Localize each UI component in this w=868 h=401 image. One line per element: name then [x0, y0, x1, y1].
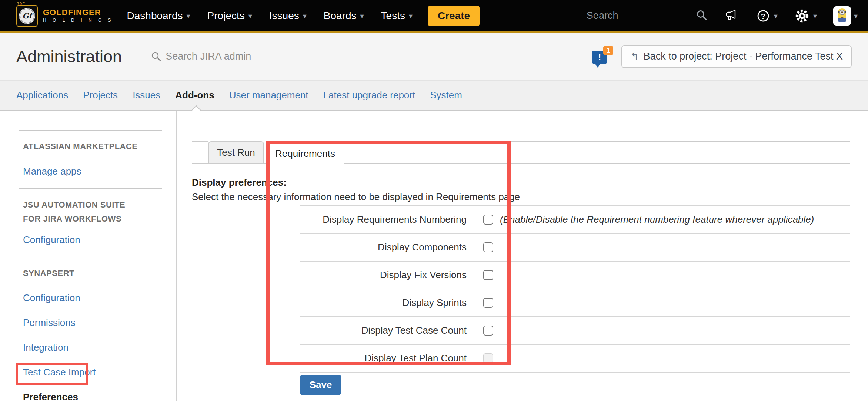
navbar-item-boards[interactable]: Boards ▾ [324, 10, 364, 22]
logo-emblem: Gf [16, 5, 38, 27]
row-note: (Enable/Disable the Requirement numberin… [500, 214, 814, 225]
admin-search [151, 51, 325, 62]
navbar-menu: Dashboards ▾ Projects ▾ Issues ▾ Boards … [127, 10, 413, 22]
divider [19, 188, 162, 189]
settings-menu[interactable]: ▾ [794, 8, 817, 24]
checkbox-display-requirements-numbering[interactable] [483, 215, 493, 225]
top-navbar: 79F Gf GOLDFINGER H O L D I N G S Dashbo… [0, 0, 868, 33]
row-label: Display Requirements Numbering [300, 214, 467, 225]
sidebar-item-preferences[interactable]: Preferences [23, 391, 78, 401]
chevron-down-icon: ▾ [813, 11, 817, 20]
tab-test-run[interactable]: Test Run [208, 141, 264, 164]
table-row: Display Sprints [300, 289, 850, 316]
row-label: Display Test Case Count [300, 325, 467, 336]
sidebar-item-test-case-import[interactable]: Test Case Import [23, 367, 96, 378]
navbar-right-group: ? ▾ ▾ ▾ [587, 6, 858, 26]
admin-nav-user-management[interactable]: User management [229, 90, 308, 101]
tab-top-line-left [192, 141, 208, 142]
content-area: ATLASSIAN MARKETPLACE Manage apps JSU AU… [0, 111, 868, 401]
divider [191, 398, 848, 398]
user-menu[interactable]: ▾ [833, 6, 858, 26]
chevron-down-icon: ▾ [248, 11, 252, 20]
preferences-table: Display Requirements Numbering (Enable/D… [300, 205, 850, 373]
search-input[interactable] [587, 10, 679, 21]
admin-nav-issues[interactable]: Issues [133, 90, 160, 101]
avatar [833, 6, 851, 26]
tab-top-line-right [344, 141, 850, 142]
svg-text:?: ? [761, 12, 765, 20]
navbar-item-projects[interactable]: Projects ▾ [207, 10, 252, 22]
navbar-item-dashboards[interactable]: Dashboards ▾ [127, 10, 190, 22]
checkbox-display-test-plan-count [483, 353, 493, 363]
checkbox-display-components[interactable] [483, 242, 493, 252]
page-title: Administration [16, 47, 122, 66]
checkbox-display-test-case-count[interactable] [483, 326, 493, 336]
create-button[interactable]: Create [428, 6, 480, 26]
sidebar: ATLASSIAN MARKETPLACE Manage apps JSU AU… [0, 111, 177, 401]
row-label: Display Components [300, 242, 467, 253]
table-row: Display Requirements Numbering (Enable/D… [300, 205, 850, 233]
chevron-down-icon: ▾ [774, 11, 778, 20]
notification-badge: 1 [603, 46, 613, 55]
back-to-project-button[interactable]: ↰ Back to project: Project - Performance… [621, 45, 852, 68]
logo-subname: H O L D I N G S [43, 17, 114, 24]
logo-name: GOLDFINGER [43, 8, 114, 17]
search-icon[interactable] [695, 9, 708, 23]
megaphone-icon[interactable] [724, 8, 739, 24]
logo-monogram: Gf [22, 11, 32, 20]
divider [19, 130, 162, 131]
chevron-down-icon: ▾ [854, 11, 858, 20]
table-row: Display Components [300, 233, 850, 261]
navbar-item-label: Tests [381, 10, 405, 22]
save-button[interactable]: Save [300, 375, 341, 395]
table-row: Display Test Plan Count [300, 344, 850, 372]
sidebar-section-jsu: JSU AUTOMATION SUITE FOR JIRA WORKFLOWS [23, 198, 145, 226]
app-logo[interactable]: 79F Gf GOLDFINGER H O L D I N G S [16, 5, 114, 27]
sidebar-item-integration[interactable]: Integration [23, 342, 69, 353]
row-label: Display Fix Versions [300, 269, 467, 281]
navbar-item-tests[interactable]: Tests ▾ [381, 10, 413, 22]
divider [19, 257, 162, 257]
table-row: Display Test Case Count [300, 316, 850, 344]
tab-requirements[interactable]: Requirements [266, 141, 344, 165]
admin-search-input[interactable] [166, 51, 325, 62]
logo-wordmark: GOLDFINGER H O L D I N G S [43, 8, 114, 24]
gear-icon [794, 8, 810, 24]
admin-header: Administration ! 1 ↰ Back to project: Pr… [0, 33, 868, 80]
navbar-item-issues[interactable]: Issues ▾ [269, 10, 307, 22]
display-preferences-heading: Display preferences: [192, 177, 287, 188]
navbar-item-label: Projects [207, 10, 245, 22]
sidebar-item-manage-apps[interactable]: Manage apps [23, 166, 81, 177]
navbar-item-label: Issues [269, 10, 299, 22]
sidebar-item-configuration[interactable]: Configuration [23, 292, 80, 304]
main-panel: Test Run Requirements Display preference… [177, 111, 868, 401]
admin-nav-applications[interactable]: Applications [16, 90, 68, 101]
logo-reel-icon: Gf [19, 8, 35, 24]
return-arrow-icon: ↰ [630, 50, 639, 63]
chevron-down-icon: ▾ [187, 11, 190, 20]
sidebar-item-jsu-configuration[interactable]: Configuration [23, 234, 80, 246]
chevron-down-icon: ▾ [409, 11, 413, 20]
admin-nav: Applications Projects Issues Add-ons Use… [0, 80, 868, 111]
display-preferences-description: Select the necessary information need to… [192, 191, 520, 203]
search-icon [151, 51, 162, 62]
row-label: Display Sprints [300, 297, 467, 309]
navbar-item-label: Dashboards [127, 10, 183, 22]
help-menu[interactable]: ? ▾ [755, 8, 778, 24]
row-label: Display Test Plan Count [300, 353, 467, 364]
logo-badge: 79F [17, 1, 25, 6]
feedback-button[interactable]: ! 1 [592, 46, 613, 68]
admin-nav-add-ons[interactable]: Add-ons [175, 90, 214, 101]
checkbox-display-fix-versions[interactable] [483, 270, 493, 280]
admin-nav-latest-upgrade-report[interactable]: Latest upgrade report [323, 90, 415, 101]
chevron-down-icon: ▾ [303, 11, 307, 20]
chevron-down-icon: ▾ [360, 11, 364, 20]
navbar-item-label: Boards [324, 10, 357, 22]
sidebar-item-permissions[interactable]: Permissions [23, 317, 76, 328]
table-row: Display Fix Versions [300, 261, 850, 289]
admin-nav-system[interactable]: System [430, 90, 462, 101]
admin-nav-projects[interactable]: Projects [83, 90, 118, 101]
checkbox-display-sprints[interactable] [483, 298, 493, 308]
sidebar-section-marketplace: ATLASSIAN MARKETPLACE [23, 139, 145, 154]
tab-baseline-right [344, 163, 850, 164]
